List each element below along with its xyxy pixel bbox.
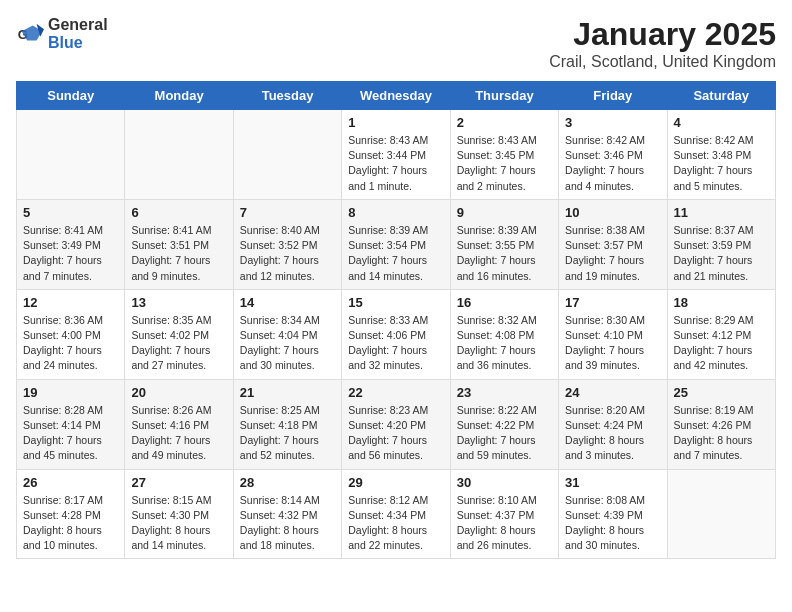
day-info: Sunrise: 8:20 AM Sunset: 4:24 PM Dayligh… — [565, 403, 660, 464]
logo-general: General — [48, 16, 108, 33]
day-number: 25 — [674, 385, 769, 400]
day-info: Sunrise: 8:38 AM Sunset: 3:57 PM Dayligh… — [565, 223, 660, 284]
calendar-cell: 17Sunrise: 8:30 AM Sunset: 4:10 PM Dayli… — [559, 289, 667, 379]
day-number: 28 — [240, 475, 335, 490]
day-info: Sunrise: 8:43 AM Sunset: 3:44 PM Dayligh… — [348, 133, 443, 194]
calendar-cell: 4Sunrise: 8:42 AM Sunset: 3:48 PM Daylig… — [667, 110, 775, 200]
day-number: 23 — [457, 385, 552, 400]
day-info: Sunrise: 8:32 AM Sunset: 4:08 PM Dayligh… — [457, 313, 552, 374]
logo-icon: G — [16, 20, 44, 48]
day-info: Sunrise: 8:15 AM Sunset: 4:30 PM Dayligh… — [131, 493, 226, 554]
calendar-cell: 20Sunrise: 8:26 AM Sunset: 4:16 PM Dayli… — [125, 379, 233, 469]
day-number: 26 — [23, 475, 118, 490]
day-info: Sunrise: 8:10 AM Sunset: 4:37 PM Dayligh… — [457, 493, 552, 554]
day-number: 8 — [348, 205, 443, 220]
calendar-cell: 14Sunrise: 8:34 AM Sunset: 4:04 PM Dayli… — [233, 289, 341, 379]
day-info: Sunrise: 8:34 AM Sunset: 4:04 PM Dayligh… — [240, 313, 335, 374]
calendar-cell: 11Sunrise: 8:37 AM Sunset: 3:59 PM Dayli… — [667, 199, 775, 289]
day-info: Sunrise: 8:33 AM Sunset: 4:06 PM Dayligh… — [348, 313, 443, 374]
calendar-week-5: 26Sunrise: 8:17 AM Sunset: 4:28 PM Dayli… — [17, 469, 776, 559]
calendar-cell: 19Sunrise: 8:28 AM Sunset: 4:14 PM Dayli… — [17, 379, 125, 469]
day-info: Sunrise: 8:26 AM Sunset: 4:16 PM Dayligh… — [131, 403, 226, 464]
calendar-cell: 21Sunrise: 8:25 AM Sunset: 4:18 PM Dayli… — [233, 379, 341, 469]
page-header: G General Blue January 2025 Crail, Scotl… — [16, 16, 776, 71]
calendar-cell: 6Sunrise: 8:41 AM Sunset: 3:51 PM Daylig… — [125, 199, 233, 289]
calendar-cell: 5Sunrise: 8:41 AM Sunset: 3:49 PM Daylig… — [17, 199, 125, 289]
calendar-cell: 18Sunrise: 8:29 AM Sunset: 4:12 PM Dayli… — [667, 289, 775, 379]
day-number: 11 — [674, 205, 769, 220]
calendar-cell — [17, 110, 125, 200]
day-info: Sunrise: 8:22 AM Sunset: 4:22 PM Dayligh… — [457, 403, 552, 464]
day-number: 15 — [348, 295, 443, 310]
calendar-cell: 9Sunrise: 8:39 AM Sunset: 3:55 PM Daylig… — [450, 199, 558, 289]
calendar-cell: 24Sunrise: 8:20 AM Sunset: 4:24 PM Dayli… — [559, 379, 667, 469]
day-info: Sunrise: 8:39 AM Sunset: 3:54 PM Dayligh… — [348, 223, 443, 284]
calendar-cell: 23Sunrise: 8:22 AM Sunset: 4:22 PM Dayli… — [450, 379, 558, 469]
weekday-header-tuesday: Tuesday — [233, 82, 341, 110]
calendar-cell: 28Sunrise: 8:14 AM Sunset: 4:32 PM Dayli… — [233, 469, 341, 559]
day-info: Sunrise: 8:43 AM Sunset: 3:45 PM Dayligh… — [457, 133, 552, 194]
calendar-cell: 16Sunrise: 8:32 AM Sunset: 4:08 PM Dayli… — [450, 289, 558, 379]
weekday-header-thursday: Thursday — [450, 82, 558, 110]
day-info: Sunrise: 8:37 AM Sunset: 3:59 PM Dayligh… — [674, 223, 769, 284]
day-info: Sunrise: 8:23 AM Sunset: 4:20 PM Dayligh… — [348, 403, 443, 464]
logo-blue: Blue — [48, 34, 83, 51]
calendar-cell: 12Sunrise: 8:36 AM Sunset: 4:00 PM Dayli… — [17, 289, 125, 379]
day-info: Sunrise: 8:41 AM Sunset: 3:51 PM Dayligh… — [131, 223, 226, 284]
day-number: 9 — [457, 205, 552, 220]
day-info: Sunrise: 8:30 AM Sunset: 4:10 PM Dayligh… — [565, 313, 660, 374]
calendar-cell: 15Sunrise: 8:33 AM Sunset: 4:06 PM Dayli… — [342, 289, 450, 379]
day-info: Sunrise: 8:29 AM Sunset: 4:12 PM Dayligh… — [674, 313, 769, 374]
logo: G General Blue — [16, 16, 108, 52]
day-info: Sunrise: 8:39 AM Sunset: 3:55 PM Dayligh… — [457, 223, 552, 284]
calendar-week-3: 12Sunrise: 8:36 AM Sunset: 4:00 PM Dayli… — [17, 289, 776, 379]
calendar-table: SundayMondayTuesdayWednesdayThursdayFrid… — [16, 81, 776, 559]
day-number: 29 — [348, 475, 443, 490]
day-number: 13 — [131, 295, 226, 310]
title-block: January 2025 Crail, Scotland, United Kin… — [549, 16, 776, 71]
calendar-cell: 30Sunrise: 8:10 AM Sunset: 4:37 PM Dayli… — [450, 469, 558, 559]
calendar-cell — [233, 110, 341, 200]
day-info: Sunrise: 8:17 AM Sunset: 4:28 PM Dayligh… — [23, 493, 118, 554]
calendar-cell: 2Sunrise: 8:43 AM Sunset: 3:45 PM Daylig… — [450, 110, 558, 200]
day-info: Sunrise: 8:25 AM Sunset: 4:18 PM Dayligh… — [240, 403, 335, 464]
day-info: Sunrise: 8:36 AM Sunset: 4:00 PM Dayligh… — [23, 313, 118, 374]
calendar-week-4: 19Sunrise: 8:28 AM Sunset: 4:14 PM Dayli… — [17, 379, 776, 469]
calendar-cell: 3Sunrise: 8:42 AM Sunset: 3:46 PM Daylig… — [559, 110, 667, 200]
day-number: 19 — [23, 385, 118, 400]
calendar-cell — [125, 110, 233, 200]
calendar-cell: 22Sunrise: 8:23 AM Sunset: 4:20 PM Dayli… — [342, 379, 450, 469]
page-subtitle: Crail, Scotland, United Kingdom — [549, 53, 776, 71]
weekday-header-saturday: Saturday — [667, 82, 775, 110]
day-info: Sunrise: 8:40 AM Sunset: 3:52 PM Dayligh… — [240, 223, 335, 284]
calendar-cell: 1Sunrise: 8:43 AM Sunset: 3:44 PM Daylig… — [342, 110, 450, 200]
day-number: 21 — [240, 385, 335, 400]
day-number: 4 — [674, 115, 769, 130]
day-info: Sunrise: 8:35 AM Sunset: 4:02 PM Dayligh… — [131, 313, 226, 374]
day-number: 1 — [348, 115, 443, 130]
calendar-cell: 27Sunrise: 8:15 AM Sunset: 4:30 PM Dayli… — [125, 469, 233, 559]
day-number: 22 — [348, 385, 443, 400]
day-number: 17 — [565, 295, 660, 310]
day-info: Sunrise: 8:42 AM Sunset: 3:48 PM Dayligh… — [674, 133, 769, 194]
calendar-cell: 31Sunrise: 8:08 AM Sunset: 4:39 PM Dayli… — [559, 469, 667, 559]
day-info: Sunrise: 8:12 AM Sunset: 4:34 PM Dayligh… — [348, 493, 443, 554]
day-number: 14 — [240, 295, 335, 310]
day-number: 2 — [457, 115, 552, 130]
day-number: 3 — [565, 115, 660, 130]
day-info: Sunrise: 8:41 AM Sunset: 3:49 PM Dayligh… — [23, 223, 118, 284]
day-number: 10 — [565, 205, 660, 220]
weekday-header-wednesday: Wednesday — [342, 82, 450, 110]
day-info: Sunrise: 8:14 AM Sunset: 4:32 PM Dayligh… — [240, 493, 335, 554]
day-number: 5 — [23, 205, 118, 220]
page-title: January 2025 — [549, 16, 776, 53]
calendar-cell: 26Sunrise: 8:17 AM Sunset: 4:28 PM Dayli… — [17, 469, 125, 559]
calendar-cell: 7Sunrise: 8:40 AM Sunset: 3:52 PM Daylig… — [233, 199, 341, 289]
weekday-header-sunday: Sunday — [17, 82, 125, 110]
day-info: Sunrise: 8:08 AM Sunset: 4:39 PM Dayligh… — [565, 493, 660, 554]
day-number: 31 — [565, 475, 660, 490]
day-number: 18 — [674, 295, 769, 310]
day-info: Sunrise: 8:19 AM Sunset: 4:26 PM Dayligh… — [674, 403, 769, 464]
calendar-week-2: 5Sunrise: 8:41 AM Sunset: 3:49 PM Daylig… — [17, 199, 776, 289]
weekday-header-friday: Friday — [559, 82, 667, 110]
